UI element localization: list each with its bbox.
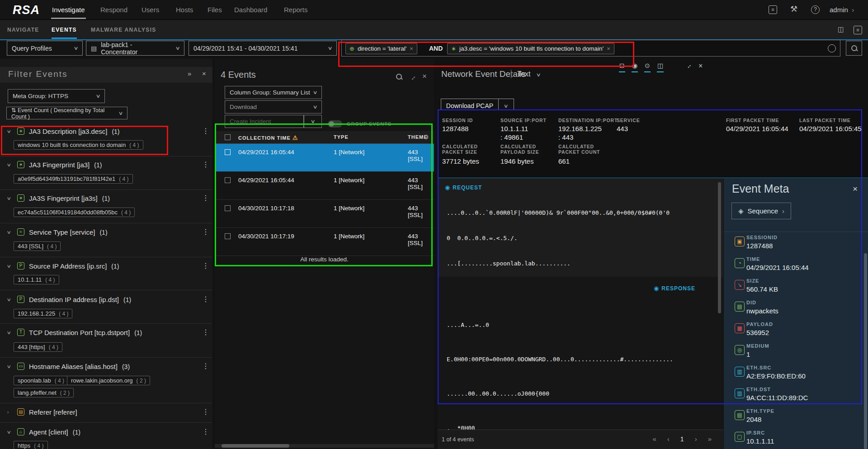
meta-row[interactable]: ▢ IP.SRC10.1.1.11 [724, 430, 859, 449]
download-dropdown[interactable]: Download∨ [225, 100, 322, 113]
prev-page-icon[interactable]: ‹ [667, 435, 670, 443]
meta-value-pill[interactable]: https( 4 ) [14, 441, 48, 449]
service-selector-dropdown[interactable]: ▤ lab-pack1 - Concentrator∨ [86, 41, 184, 56]
meta-row[interactable]: ▥ ETH.DST9A:CC:11:DD:89:DC [724, 387, 859, 408]
preferences-icon[interactable]: ≡ [854, 25, 862, 34]
horizontal-scrollbar[interactable] [215, 444, 434, 448]
kebab-menu-icon[interactable]: ⋮ [202, 261, 209, 270]
kebab-menu-icon[interactable]: ⋮ [202, 295, 209, 303]
response-filter-icon[interactable]: ⊙ [645, 62, 650, 69]
meta-value-pill[interactable]: spoonlab.lab( 4 ) [14, 376, 68, 385]
request-filter-icon[interactable]: ◉ [632, 62, 637, 69]
event-row[interactable]: 04/30/2021 10:17:19 1 [Network] 443 [SSL… [215, 228, 434, 256]
remove-pill-icon[interactable]: × [410, 45, 413, 52]
kebab-menu-icon[interactable]: ⋮ [202, 227, 209, 236]
meta-value-pill[interactable]: ec74a5c51106f0419184d0dd08fb05bc( 4 ) [14, 208, 135, 217]
meta-row[interactable]: ▥ ETH.SRCA2:E9:F0:B0:ED:60 [724, 365, 859, 387]
side-panel-icon[interactable]: ◫ [657, 62, 663, 69]
nav-files[interactable]: Files [208, 6, 222, 14]
text-scrollbar[interactable] [718, 182, 721, 313]
nav-dashboard[interactable]: Dashboard [234, 6, 267, 14]
close-panel-icon[interactable]: × [422, 72, 427, 81]
tab-malware-analysis[interactable]: MALWARE ANALYSIS [91, 27, 156, 33]
close-event-meta-icon[interactable]: × [853, 184, 858, 194]
select-all-checkbox[interactable] [225, 134, 231, 140]
kebab-menu-icon[interactable]: ⋮ [202, 328, 209, 336]
meta-value-pill[interactable]: 443 [SSL]( 4 ) [14, 241, 61, 251]
nav-hosts[interactable]: Hosts [176, 6, 193, 14]
row-checkbox[interactable] [225, 177, 231, 183]
meta-row[interactable]: ▤ DIDnwpackets [724, 300, 859, 321]
meta-row[interactable]: ▤ ETH.TYPE2048 [724, 408, 859, 430]
filter-pill-direction[interactable]: ⊕ direction = 'lateral' × [345, 43, 417, 54]
sequence-button[interactable]: ◈ Sequence › [731, 203, 791, 219]
meta-value-pill[interactable]: 10.1.1.11( 4 ) [14, 275, 59, 284]
gear-icon[interactable]: ⚙ [423, 133, 429, 141]
meta-row[interactable]: ◎ MEDIUM1 [724, 343, 859, 365]
remove-pill-icon[interactable]: × [607, 45, 610, 52]
meta-key-row[interactable]: ∨ ∗ JA3S Fingerprint [ja3s](1) ⋮ [0, 194, 212, 204]
query-info-icon[interactable]: i [828, 44, 836, 52]
meta-value-pill[interactable]: 443 [https]( 4 ) [14, 342, 62, 352]
search-events-icon[interactable] [396, 73, 403, 82]
event-row[interactable]: 04/29/2021 16:05:44 1 [Network] 443 [SSL… [215, 172, 434, 200]
view-selector-dropdown[interactable]: Text ∨ [517, 70, 540, 78]
create-incident-dropdown[interactable]: Create Incident [225, 115, 304, 128]
event-row[interactable]: 04/30/2021 10:17:18 1 [Network] 443 [SSL… [215, 200, 434, 228]
next-page-icon[interactable]: › [695, 435, 697, 443]
row-checkbox[interactable] [225, 233, 231, 239]
run-query-button[interactable] [846, 41, 862, 56]
last-page-icon[interactable]: » [708, 435, 712, 443]
meta-key-row[interactable]: ∨ ∗ JA3 Description [ja3.desc](1) ⋮ [0, 128, 212, 137]
meta-row[interactable]: ▣ SESSIONID1287488 [724, 235, 859, 256]
meta-key-row[interactable]: ∨ ⌂ Agent [client](1) ⋮ [0, 428, 212, 438]
nav-investigate[interactable]: Investigate [52, 6, 85, 14]
kebab-menu-icon[interactable]: ⋮ [202, 160, 209, 169]
query-filter-bar[interactable]: ⊕ direction = 'lateral' × AND ∗ ja3.desc… [341, 40, 840, 57]
event-meta-scrollbar[interactable] [864, 253, 867, 449]
event-row-selected[interactable]: 04/29/2021 16:05:44 1 [Network] 443 [SSL… [215, 144, 434, 172]
close-details-icon[interactable]: × [698, 62, 703, 70]
header-split-icon[interactable]: ⊟ [619, 62, 625, 69]
meta-value-pill[interactable]: 192.168.1.225( 4 ) [14, 309, 72, 318]
column-group-dropdown[interactable]: Column Group: Summary List∨ [225, 86, 322, 99]
filter-pill-ja3desc[interactable]: ∗ ja3.desc = 'windows 10 built tls conne… [447, 43, 614, 54]
kebab-menu-icon[interactable]: ⋮ [202, 427, 209, 436]
expand-panel-icon[interactable]: ↔ [409, 73, 416, 81]
meta-value-pill[interactable]: a0e9f5d64349fb13191bc781f81f42e1( 4 ) [14, 174, 133, 184]
first-page-icon[interactable]: « [653, 435, 656, 443]
row-checkbox[interactable] [225, 149, 231, 155]
meta-row[interactable]: ▦ PAYLOAD536952 [724, 321, 859, 343]
create-incident-chevron[interactable]: ∨ [304, 115, 322, 128]
group-events-toggle[interactable] [328, 120, 342, 128]
meta-value-pill[interactable]: windows 10 built tls connection to domai… [14, 140, 143, 150]
tab-navigate[interactable]: NAVIGATE [7, 27, 39, 33]
meta-key-row[interactable]: ∨ T TCP Destination Port [tcp.dstport](1… [0, 329, 212, 339]
meta-key-row[interactable]: ∨ P Destination IP address [ip.dst](1) ⋮ [0, 296, 212, 306]
meta-row[interactable]: ↘ SIZE560.74 KB [724, 278, 859, 300]
query-profiles-dropdown[interactable]: Query Profiles∨ [7, 41, 83, 56]
nav-reports[interactable]: Reports [284, 6, 308, 14]
jobs-icon[interactable]: ≡ [769, 5, 777, 14]
meta-key-row[interactable]: ∨ P Source IP Address [ip.src](1) ⋮ [0, 262, 212, 272]
kebab-menu-icon[interactable]: ⋮ [202, 194, 209, 202]
nav-users[interactable]: Users [142, 6, 159, 14]
kebab-menu-icon[interactable]: ⋮ [202, 127, 209, 135]
kebab-menu-icon[interactable]: ⋮ [202, 362, 209, 370]
time-range-dropdown[interactable]: 04/29/2021 15:41 - 04/30/2021 15:41∨ [189, 41, 337, 56]
shrink-panel-icon[interactable]: ↔ [685, 62, 692, 69]
help-icon[interactable]: ? [811, 5, 820, 14]
kebab-menu-icon[interactable]: ⋮ [202, 407, 209, 416]
meta-key-row[interactable]: ∨ ▭ Hostname Aliases [alias.host](3) ⋮ [0, 363, 212, 373]
meta-key-row[interactable]: ∨ ≈ Service Type [service](1) ⋮ [0, 228, 212, 238]
meta-value-pill[interactable]: lang.pfeffer.net( 2 ) [14, 388, 74, 397]
meta-row[interactable]: ◔ TIME04/29/2021 16:05:44 [724, 256, 859, 278]
row-checkbox[interactable] [225, 205, 231, 211]
collapse-panel-icon[interactable]: » [188, 70, 191, 77]
meta-key-row[interactable]: ∨ ∗ JA3 Fingerprint [ja3](1) ⋮ [0, 161, 212, 171]
tools-icon[interactable]: ⚒ [790, 4, 797, 14]
meta-group-dropdown[interactable]: Meta Group: HTTPS∨ [8, 89, 105, 103]
nav-respond[interactable]: Respond [100, 6, 127, 14]
column-layout-icon[interactable]: ◫ [838, 25, 844, 33]
meta-value-pill[interactable]: rowe.lakin.jacobson.org( 2 ) [67, 376, 150, 385]
